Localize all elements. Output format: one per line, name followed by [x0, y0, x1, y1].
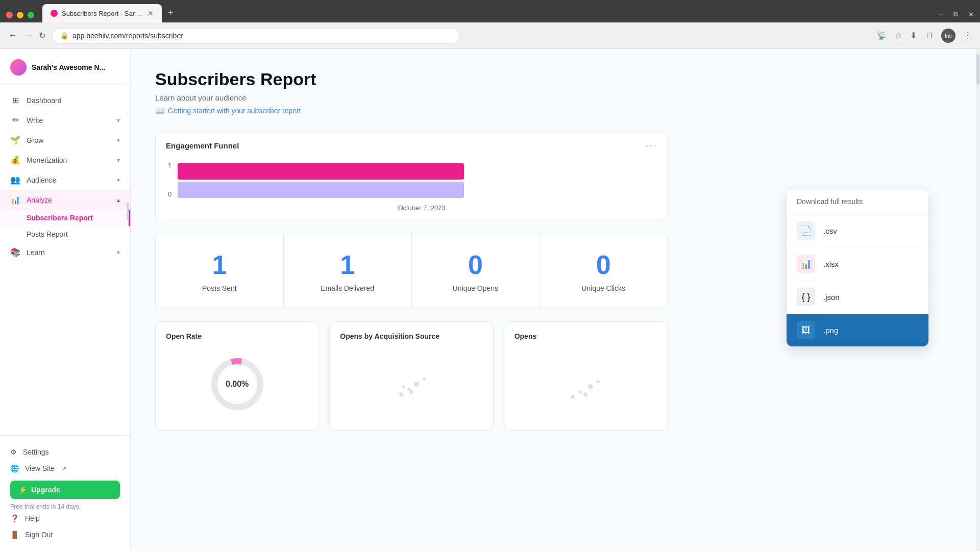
dropdown-item-label: .csv	[823, 227, 837, 235]
dropdown-item-json[interactable]: { } .json	[787, 281, 928, 314]
dropdown-item-label: .png	[823, 326, 838, 335]
dropdown-item-label: .json	[823, 293, 840, 302]
dropdown-item-label: .xlsx	[823, 260, 839, 268]
dropdown-item-xlsx[interactable]: 📊 .xlsx	[787, 247, 928, 281]
dropdown-item-csv[interactable]: 📄 .csv	[787, 214, 928, 247]
dropdown-item-png[interactable]: 🖼 .png	[787, 314, 928, 346]
csv-icon: 📄	[797, 221, 815, 240]
download-dropdown: Download full results 📄 .csv 📊 .xlsx { }…	[786, 189, 929, 347]
xlsx-icon: 📊	[797, 255, 815, 273]
json-icon: { }	[797, 288, 815, 306]
dropdown-header: Download full results	[787, 189, 928, 214]
png-icon: 🖼	[797, 321, 815, 339]
dropdown-overlay[interactable]: Download full results 📄 .csv 📊 .xlsx { }…	[0, 0, 980, 551]
